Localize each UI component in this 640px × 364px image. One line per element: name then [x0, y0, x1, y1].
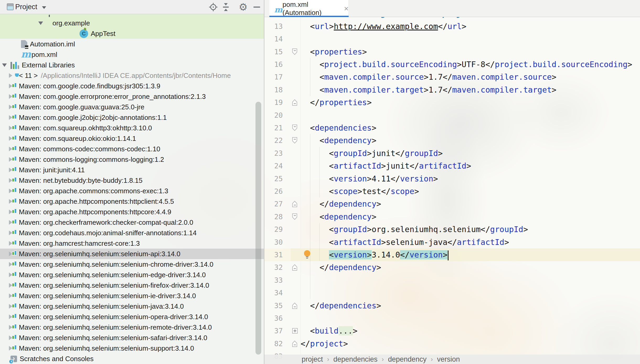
chevron-collapsed-icon[interactable] — [9, 325, 12, 330]
chevron-expanded-icon[interactable] — [38, 22, 43, 25]
tree-row-maven-commons-logging-commons-logging-1-[interactable]: Maven: commons-logging:commons-logging:1… — [0, 154, 264, 165]
chevron-collapsed-icon[interactable] — [9, 105, 12, 109]
chevron-down-icon[interactable] — [42, 6, 46, 11]
url-link[interactable]: http://www.example.com — [334, 22, 438, 31]
chevron-collapsed-icon[interactable] — [9, 241, 12, 246]
code-line-33[interactable]: 33 — [264, 274, 640, 287]
tree-row-maven-com-google-guava-guava-25-0-jre[interactable]: Maven: com.google.guava:guava:25.0-jre — [0, 102, 264, 112]
hide-panel-button[interactable] — [252, 2, 262, 12]
breadcrumb-item-version[interactable]: version — [437, 355, 460, 363]
tree-row-external-libraries[interactable]: External Libraries — [0, 60, 264, 70]
chevron-collapsed-icon[interactable] — [9, 346, 12, 351]
code-line-21[interactable]: 21 <dependencies> — [264, 121, 640, 134]
tree-row-maven-com-google-errorprone-error-prone-[interactable]: Maven: com.google.errorprone:error_prone… — [0, 91, 264, 102]
chevron-collapsed-icon[interactable] — [9, 168, 12, 172]
folded-region[interactable]: ... — [339, 326, 353, 335]
chevron-collapsed-icon[interactable] — [9, 272, 12, 277]
tree-row-maven-org-seleniumhq-selenium-selenium-j[interactable]: Maven: org.seleniumhq.selenium:selenium-… — [0, 301, 264, 312]
chevron-collapsed-icon[interactable] — [9, 84, 12, 88]
code-line-82[interactable]: 82</project> — [264, 337, 640, 350]
tree-row-maven-org-seleniumhq-selenium-selenium-i[interactable]: Maven: org.seleniumhq.selenium:selenium-… — [0, 291, 264, 301]
code-line-26[interactable]: 26 <scope>test</scope> — [264, 185, 640, 198]
tree-row-org-example[interactable]: org.example — [0, 18, 264, 28]
tree-row-maven-org-seleniumhq-selenium-selenium-c[interactable]: Maven: org.seleniumhq.selenium:selenium-… — [0, 259, 264, 270]
code-line-13[interactable]: 13 <url>http://www.example.com</url> — [264, 20, 640, 33]
chevron-collapsed-icon[interactable] — [9, 314, 12, 319]
tree-row-scratches-and-consoles[interactable]: Scratches and Consoles — [0, 354, 264, 364]
code-line-17[interactable]: 17 <maven.compiler.source>1.7</maven.com… — [264, 71, 640, 83]
locate-target-button[interactable] — [208, 2, 218, 12]
tree-row-maven-com-squareup-okhttp3-okhttp-3-10-0[interactable]: Maven: com.squareup.okhttp3:okhttp:3.10.… — [0, 123, 264, 133]
tree-row-maven-com-squareup-okio-okio-1-14-1[interactable]: Maven: com.squareup.okio:okio:1.14.1 — [0, 133, 264, 144]
chevron-collapsed-icon[interactable] — [9, 210, 12, 214]
tab-pom-xml[interactable]: pom.xml (Automation) × — [269, 0, 349, 17]
fold-open-icon[interactable] — [292, 48, 298, 55]
tree-row-maven-net-bytebuddy-byte-buddy-1-8-15[interactable]: Maven: net.bytebuddy:byte-buddy:1.8.15 — [0, 175, 264, 186]
tree-row-maven-org-seleniumhq-selenium-selenium-r[interactable]: Maven: org.seleniumhq.selenium:selenium-… — [0, 322, 264, 333]
fold-open-icon[interactable] — [292, 124, 298, 131]
fold-close-icon[interactable] — [292, 302, 298, 309]
chevron-collapsed-icon[interactable] — [9, 126, 12, 130]
tree-row-maven-com-google-code-findbugs-jsr305-1-[interactable]: Maven: com.google.code.findbugs:jsr305:1… — [0, 81, 264, 91]
tree-row-maven-commons-codec-commons-codec-1-10[interactable]: Maven: commons-codec:commons-codec:1.10 — [0, 144, 264, 154]
chevron-collapsed-icon[interactable] — [9, 283, 12, 288]
tab-close-icon[interactable]: × — [344, 5, 349, 13]
code-line-15[interactable]: 15 <properties> — [264, 45, 640, 58]
chevron-collapsed-icon[interactable] — [9, 178, 12, 183]
tree-row-maven-org-seleniumhq-selenium-selenium-a[interactable]: Maven: org.seleniumhq.selenium:selenium-… — [0, 249, 264, 259]
code-line-30[interactable]: 30 <artifactId>selenium-java</artifactId… — [264, 236, 640, 249]
chevron-collapsed-icon[interactable] — [9, 293, 12, 298]
chevron-collapsed-icon[interactable] — [9, 189, 12, 193]
chevron-collapsed-icon[interactable] — [9, 115, 12, 120]
code-line-28[interactable]: 28 <dependency> — [264, 210, 640, 223]
chevron-collapsed-icon[interactable] — [9, 73, 12, 78]
code-line-24[interactable]: 24 <artifactId>junit</artifactId> — [264, 159, 640, 172]
code-line-32[interactable]: 32 </dependency> — [264, 261, 640, 274]
code-line-14[interactable]: 14 — [264, 33, 640, 45]
tree-row-maven-org-seleniumhq-selenium-selenium-o[interactable]: Maven: org.seleniumhq.selenium:selenium-… — [0, 312, 264, 322]
fold-close-icon[interactable] — [292, 264, 298, 271]
breadcrumb-item-project[interactable]: project — [302, 355, 323, 363]
tree-row-11[interactable]: < 11 >/Applications/IntelliJ IDEA CE.app… — [0, 70, 264, 81]
tree-row-maven-com-google-j2objc-j2objc-annotatio[interactable]: Maven: com.google.j2objc:j2objc-annotati… — [0, 112, 264, 123]
chevron-collapsed-icon[interactable] — [9, 157, 12, 162]
fold-close-icon[interactable] — [292, 200, 298, 207]
tree-row-maven-org-checkerframework-checker-compa[interactable]: Maven: org.checkerframework:checker-comp… — [0, 217, 264, 228]
code-line-25[interactable]: 25 <version>4.11</version> — [264, 172, 640, 185]
tree-row-maven-org-apache-httpcomponents-httpclie[interactable]: Maven: org.apache.httpcomponents:httpcli… — [0, 196, 264, 207]
tree-row-maven-org-apache-commons-commons-exec-1-[interactable]: Maven: org.apache.commons:commons-exec:1… — [0, 186, 264, 196]
panel-settings-button[interactable]: ⚙ — [238, 2, 248, 12]
code-line-34[interactable]: 34 — [264, 286, 640, 299]
chevron-collapsed-icon[interactable] — [9, 262, 12, 267]
chevron-collapsed-icon[interactable] — [9, 220, 12, 225]
code-line-20[interactable]: 20 — [264, 109, 640, 122]
tree-row-maven-org-seleniumhq-selenium-selenium-s[interactable]: Maven: org.seleniumhq.selenium:selenium-… — [0, 333, 264, 343]
code-line-12[interactable]: 12 <!-- FIXME change it to the project's… — [264, 17, 640, 20]
breadcrumb-item-dependencies[interactable]: dependencies — [333, 355, 377, 363]
editor[interactable]: 12 <!-- FIXME change it to the project's… — [264, 17, 640, 364]
code-line-37[interactable]: 37 <build...> — [264, 324, 640, 337]
tree-row-maven-org-seleniumhq-selenium-selenium-e[interactable]: Maven: org.seleniumhq.selenium:selenium-… — [0, 270, 264, 280]
chevron-collapsed-icon[interactable] — [9, 94, 12, 99]
chevron-collapsed-icon[interactable] — [9, 136, 12, 141]
chevron-collapsed-icon[interactable] — [9, 251, 12, 256]
breadcrumb-item-dependency[interactable]: dependency — [388, 355, 426, 363]
chevron-expanded-icon[interactable] — [2, 63, 7, 67]
code-line-36[interactable]: 36 — [264, 312, 640, 325]
code-line-35[interactable]: 35 </dependencies> — [264, 299, 640, 312]
code-line-16[interactable]: 16 <project.build.sourceEncoding>UTF-8</… — [264, 58, 640, 71]
code-line-18[interactable]: 18 <maven.compiler.target>1.7</maven.com… — [264, 83, 640, 96]
chevron-collapsed-icon[interactable] — [9, 199, 12, 204]
tree-row-automation-iml[interactable]: Automation.iml — [0, 39, 264, 49]
tree-row-maven-org-seleniumhq-selenium-selenium-s[interactable]: Maven: org.seleniumhq.selenium:selenium-… — [0, 343, 264, 354]
fold-open-icon[interactable] — [292, 213, 298, 220]
collapse-all-button[interactable] — [221, 2, 231, 12]
code-line-23[interactable]: 23 <groupId>junit</groupId> — [264, 147, 640, 160]
code-line-27[interactable]: 27 </dependency> — [264, 197, 640, 210]
fold-plus-icon[interactable] — [292, 327, 298, 334]
chevron-collapsed-icon[interactable] — [9, 304, 12, 309]
chevron-collapsed-icon[interactable] — [9, 231, 12, 235]
code-line-19[interactable]: 19 </properties> — [264, 96, 640, 109]
code-line-31[interactable]: 31 <version>3.14.0</version> — [264, 248, 640, 261]
code-line-29[interactable]: 29 <groupId>org.seleniumhq.selenium</gro… — [264, 223, 640, 236]
